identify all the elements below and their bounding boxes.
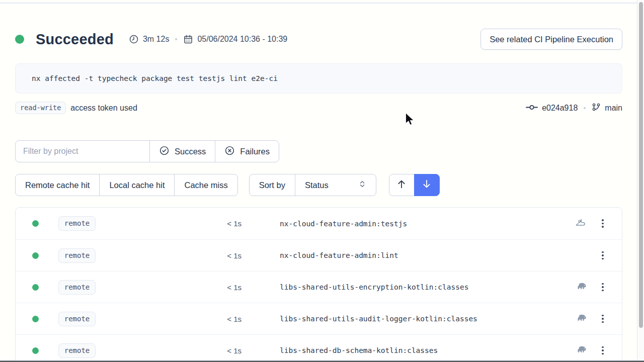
task-name[interactable]: nx-cloud-feature-admin:lint <box>280 251 570 259</box>
task-row: remote < 1s nx-cloud-feature-admin:testj… <box>16 208 622 239</box>
clock-icon <box>129 34 139 44</box>
run-status-dot <box>15 35 24 44</box>
access-token-text: access token used <box>70 104 137 113</box>
task-status-dot <box>32 347 39 354</box>
branch-icon <box>592 103 601 114</box>
x-circle-icon <box>224 145 235 158</box>
arrow-up-icon <box>396 178 407 192</box>
mouse-cursor <box>405 113 415 128</box>
run-date-range: 05/06/2024 10:36 - 10:39 <box>183 34 287 44</box>
filter-project-input[interactable] <box>15 140 150 162</box>
task-status-dot <box>32 284 39 291</box>
task-row: remote < 1s nx-cloud-feature-admin:lint <box>16 239 622 271</box>
task-row: remote < 1s libs-shared-db-schema-kotlin… <box>16 334 622 362</box>
task-duration: < 1s <box>96 346 242 355</box>
access-token-badge: read-write <box>15 102 66 114</box>
filter-success-label: Success <box>175 147 206 156</box>
sort-ascending-button[interactable] <box>389 174 415 196</box>
run-duration-label: 3m 12s <box>143 35 169 44</box>
tab-remote-cache-hit[interactable]: Remote cache hit <box>15 174 100 196</box>
task-status-dot <box>32 252 39 259</box>
filter-failures-button[interactable]: Failures <box>215 140 279 162</box>
task-name[interactable]: libs-shared-db-schema-kotlin:classes <box>280 346 570 354</box>
task-name[interactable]: nx-cloud-feature-admin:testjs <box>280 220 570 228</box>
sort-direction-group <box>389 174 440 196</box>
run-command-box: nx affected -t typecheck package test te… <box>15 63 622 94</box>
task-menu-button[interactable] <box>592 244 614 266</box>
sort-by-label: Sort by <box>249 174 295 196</box>
tab-local-cache-hit[interactable]: Local cache hit <box>99 174 175 196</box>
task-name[interactable]: libs-shared-utils-encryption-kotlin:clas… <box>280 283 570 291</box>
winged-shoe-icon <box>575 217 587 231</box>
task-menu-button[interactable] <box>592 339 614 361</box>
task-tech-icon <box>570 280 592 295</box>
cache-filter-group: Remote cache hit Local cache hit Cache m… <box>15 174 238 196</box>
run-command-text: nx affected -t typecheck package test te… <box>32 74 278 82</box>
run-status-title: Succeeded <box>36 31 114 48</box>
task-cache-badge: remote <box>58 280 96 295</box>
task-duration: < 1s <box>96 219 242 228</box>
task-status-dot <box>32 316 39 322</box>
arrow-down-icon <box>421 178 432 192</box>
check-circle-icon <box>159 145 170 158</box>
calendar-icon <box>183 34 193 44</box>
tab-cache-miss[interactable]: Cache miss <box>174 174 237 196</box>
cache-sort-row: Remote cache hit Local cache hit Cache m… <box>15 174 622 196</box>
gradle-elephant-icon <box>575 343 587 358</box>
commit-sha[interactable]: e024a918 <box>542 104 578 113</box>
scrollbar[interactable] <box>637 0 644 362</box>
sort-status-select[interactable]: Status <box>295 174 376 196</box>
gradle-elephant-icon <box>575 312 587 326</box>
task-duration: < 1s <box>96 283 242 292</box>
commit-icon <box>526 104 538 113</box>
task-menu-button[interactable] <box>592 213 614 235</box>
task-tech-icon <box>570 312 592 326</box>
separator-dot <box>175 38 177 40</box>
task-menu-button[interactable] <box>592 276 614 298</box>
task-cache-badge: remote <box>58 312 96 326</box>
task-row: remote < 1s libs-shared-utils-audit-logg… <box>16 303 622 334</box>
run-header: Succeeded 3m 12s 05/06/2024 10:36 - 10:3… <box>15 29 622 50</box>
vcs-info: e024a918 main <box>526 103 622 114</box>
task-cache-badge: remote <box>58 343 96 358</box>
task-menu-button[interactable] <box>592 308 614 330</box>
sort-status-value: Status <box>305 180 329 190</box>
task-row: remote < 1s libs-shared-utils-encryption… <box>16 271 622 303</box>
branch-name[interactable]: main <box>605 104 622 113</box>
task-cache-badge: remote <box>58 248 96 263</box>
task-name[interactable]: libs-shared-utils-audit-logger-kotlin:cl… <box>280 315 570 323</box>
run-date-range-label: 05/06/2024 10:36 - 10:39 <box>197 35 287 44</box>
sort-group: Sort by Status <box>249 174 376 196</box>
run-duration: 3m 12s <box>129 34 169 44</box>
chevron-up-down-icon <box>358 180 366 190</box>
task-cache-badge: remote <box>58 216 96 231</box>
filter-failures-label: Failures <box>240 147 270 156</box>
run-details-page: Succeeded 3m 12s 05/06/2024 10:36 - 10:3… <box>15 0 622 362</box>
task-status-dot <box>32 220 39 227</box>
sort-descending-button[interactable] <box>414 174 440 196</box>
separator-dot <box>584 107 586 109</box>
see-related-ci-pipeline-button[interactable]: See related CI Pipeline Execution <box>480 29 622 50</box>
filter-success-button[interactable]: Success <box>149 140 215 162</box>
task-duration: < 1s <box>96 251 242 260</box>
gradle-elephant-icon <box>575 280 587 295</box>
task-tech-icon <box>570 217 592 231</box>
task-duration: < 1s <box>96 315 242 323</box>
filter-row: Success Failures <box>15 140 622 162</box>
task-list: remote < 1s nx-cloud-feature-admin:testj… <box>15 207 622 362</box>
scrollbar-thumb[interactable] <box>639 2 643 328</box>
task-tech-icon <box>570 343 592 358</box>
token-row: read-write access token used e024a918 ma… <box>15 102 622 114</box>
